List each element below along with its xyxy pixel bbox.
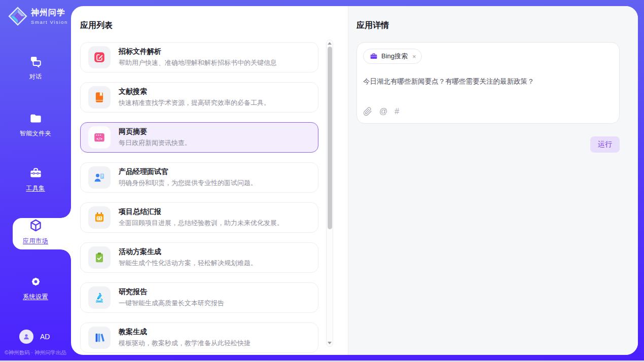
app-card-project-summary[interactable]: 项目总结汇报 全面回顾项目进展，总结经验教训，助力未来优化发展。 bbox=[80, 202, 318, 233]
edit-document-icon bbox=[93, 51, 106, 64]
brand-subtitle: Smart Vision bbox=[31, 19, 68, 25]
user-name: AD bbox=[40, 333, 50, 341]
app-card-title: 网页摘要 bbox=[119, 127, 191, 136]
app-card-desc: 智能生成个性化活动方案，轻松解决规划难题。 bbox=[119, 259, 257, 268]
web-window-icon: </> bbox=[93, 131, 106, 144]
paperclip-icon[interactable] bbox=[363, 107, 372, 116]
toolbox-icon bbox=[29, 166, 43, 180]
app-list-title: 应用列表 bbox=[80, 20, 113, 31]
sidebar-item-label: 智能文件夹 bbox=[20, 129, 52, 138]
app-detail-panel: 应用详情 Bing搜索 × 今日湖北有哪些新闻要点？有哪些需要关注的最新政策？ … bbox=[348, 6, 638, 355]
app-card-web-summary[interactable]: </> 网页摘要 每日政府新闻资讯快查。 bbox=[80, 122, 318, 153]
app-card-list: 招标文件解析 帮助用户快速、准确地理解和解析招标书中的关键信息 文献搜索 快速精… bbox=[80, 42, 318, 355]
arrow-down-icon bbox=[328, 342, 332, 344]
cube-icon bbox=[28, 218, 43, 233]
app-card-title: 项目总结汇报 bbox=[119, 207, 283, 216]
app-card-literature-search[interactable]: 文献搜索 快速精准查找学术资源，提高研究效率的必备工具。 bbox=[80, 82, 318, 113]
app-card-lesson-plan[interactable]: 教案生成 模板驱动，教案秒成，教学准备从此轻松快捷 bbox=[80, 322, 318, 353]
avatar bbox=[19, 330, 33, 344]
gear-icon bbox=[29, 275, 43, 288]
app-card-desc: 全面回顾项目进展，总结经验教训，助力未来优化发展。 bbox=[119, 219, 283, 228]
app-card-event-plan[interactable]: 活动方案生成 智能生成个性化活动方案，轻松解决规划难题。 bbox=[80, 242, 318, 273]
app-card-desc: 一键智能生成高质量长文本研究报告 bbox=[119, 299, 224, 308]
app-card-desc: 帮助用户快速、准确地理解和解析招标书中的关键信息 bbox=[119, 58, 277, 67]
sidebar-item-label: 对话 bbox=[29, 73, 42, 81]
run-button[interactable]: 运行 bbox=[590, 136, 620, 153]
app-detail-title: 应用详情 bbox=[356, 20, 620, 31]
sidebar-item-toolset[interactable]: 工具集 bbox=[0, 166, 71, 193]
chat-icon bbox=[29, 55, 43, 68]
diamond-logo-icon bbox=[8, 7, 27, 26]
app-card-pm-interviewer[interactable]: 产品经理面试官 明确身份和职责，为您提供专业性的面试问题。 bbox=[80, 162, 318, 193]
app-card-research-report[interactable]: 研究报告 一键智能生成高质量长文本研究报告 bbox=[80, 282, 318, 313]
query-input[interactable]: 今日湖北有哪些新闻要点？有哪些需要关注的最新政策？ bbox=[363, 77, 613, 87]
sidebar-item-label: 系统设置 bbox=[23, 293, 48, 301]
app-list-scrollbar bbox=[326, 40, 333, 347]
scrollbar-thumb[interactable] bbox=[328, 47, 332, 229]
folder-icon bbox=[29, 112, 43, 125]
tool-chip-label: Bing搜索 bbox=[381, 52, 408, 61]
scroll-down-button[interactable] bbox=[328, 340, 332, 346]
sidebar-item-chat[interactable]: 对话 bbox=[0, 55, 71, 81]
user-account[interactable]: AD bbox=[19, 330, 50, 344]
app-card-title: 教案生成 bbox=[119, 328, 251, 337]
scroll-up-button[interactable] bbox=[328, 40, 332, 47]
composer-toolbar: @ # bbox=[363, 107, 613, 116]
app-card-bid-parsing[interactable]: 招标文件解析 帮助用户快速、准确地理解和解析招标书中的关键信息 bbox=[80, 42, 318, 73]
sidebar-item-label: 应用市场 bbox=[23, 237, 48, 245]
sidebar-item-settings[interactable]: 系统设置 bbox=[0, 275, 71, 301]
interviewer-icon bbox=[93, 171, 106, 184]
book-icon bbox=[93, 91, 106, 104]
arrow-up-icon bbox=[328, 42, 332, 45]
sidebar-item-label: 工具集 bbox=[26, 184, 45, 193]
copyright-text: ©神州数码 · 神州问学出品 bbox=[0, 349, 71, 356]
clipboard-check-icon bbox=[93, 251, 106, 264]
prompt-composer: Bing搜索 × 今日湖北有哪些新闻要点？有哪些需要关注的最新政策？ @ # bbox=[356, 42, 620, 124]
app-card-desc: 模板驱动，教案秒成，教学准备从此轻松快捷 bbox=[119, 339, 251, 348]
main-content: 应用列表 招标文件解析 帮助用户快速、准确地理解和解析招标书中的关键信息 bbox=[71, 6, 638, 355]
sidebar: 神州问学 Smart Vision 对话 智能文件夹 工具集 应 bbox=[0, 0, 71, 360]
at-icon[interactable]: @ bbox=[379, 107, 387, 116]
sidebar-item-smart-folder[interactable]: 智能文件夹 bbox=[0, 112, 71, 138]
hash-icon[interactable]: # bbox=[395, 107, 399, 116]
calendar-icon bbox=[93, 211, 106, 224]
app-list-panel: 应用列表 招标文件解析 帮助用户快速、准确地理解和解析招标书中的关键信息 bbox=[71, 6, 348, 355]
close-icon[interactable]: × bbox=[412, 53, 416, 60]
books-icon bbox=[93, 331, 106, 344]
sidebar-item-app-market[interactable]: 应用市场 bbox=[0, 218, 71, 245]
app-card-title: 活动方案生成 bbox=[119, 247, 257, 257]
app-card-title: 研究报告 bbox=[119, 287, 224, 297]
app-card-desc: 快速精准查找学术资源，提高研究效率的必备工具。 bbox=[119, 98, 270, 107]
briefcase-icon bbox=[370, 52, 378, 60]
app-card-desc: 明确身份和职责，为您提供专业性的面试问题。 bbox=[119, 178, 257, 188]
svg-text:</>: </> bbox=[96, 137, 102, 141]
brand-name: 神州问学 bbox=[31, 8, 68, 18]
user-icon bbox=[22, 332, 31, 341]
app-card-title: 招标文件解析 bbox=[119, 47, 277, 56]
brand-logo: 神州问学 Smart Vision bbox=[8, 7, 68, 26]
tool-chip-bing-search[interactable]: Bing搜索 × bbox=[363, 49, 422, 64]
app-card-title: 文献搜索 bbox=[119, 87, 270, 96]
app-card-desc: 每日政府新闻资讯快查。 bbox=[119, 138, 191, 148]
app-card-title: 产品经理面试官 bbox=[119, 167, 257, 176]
microscope-icon bbox=[93, 291, 106, 304]
